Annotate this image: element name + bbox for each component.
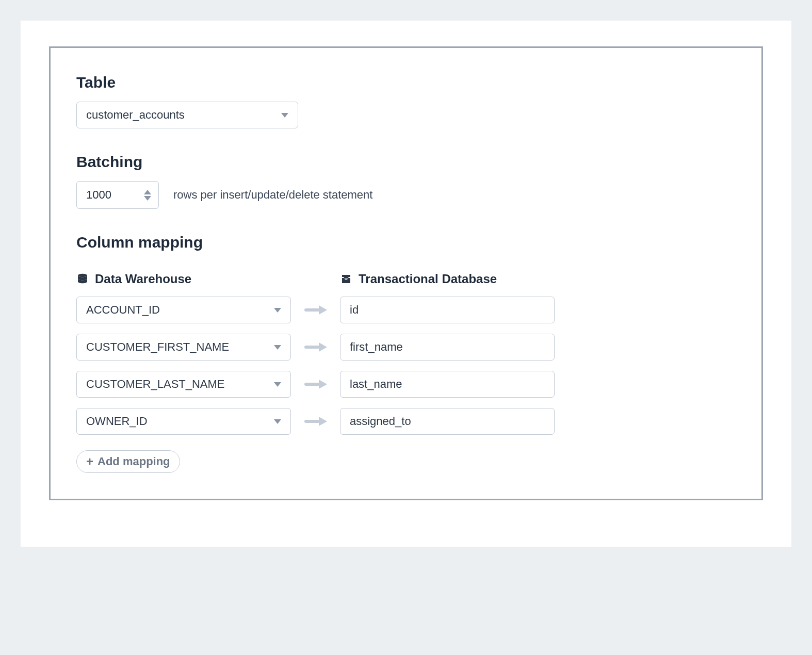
arrow-right-icon: [291, 380, 340, 389]
chevron-down-icon: [274, 419, 281, 424]
table-section-label: Table: [76, 74, 736, 91]
inbox-icon: [340, 273, 352, 285]
svg-rect-4: [304, 420, 320, 423]
source-column-value: OWNER_ID: [86, 415, 148, 428]
batching-section-label: Batching: [76, 153, 736, 171]
arrow-right-icon: [291, 305, 340, 315]
source-column-select[interactable]: OWNER_ID: [76, 408, 291, 435]
plus-icon: +: [86, 455, 93, 468]
chevron-down-icon: [274, 382, 281, 387]
chevron-up-icon: [144, 190, 151, 194]
add-mapping-button[interactable]: + Add mapping: [76, 450, 180, 473]
stepper-arrows-icon[interactable]: [144, 190, 151, 201]
source-column-select[interactable]: ACCOUNT_ID: [76, 297, 291, 323]
source-column-value: ACCOUNT_ID: [86, 303, 160, 317]
column-headers: Data Warehouse Transactional Database: [76, 272, 736, 286]
mapping-row: ACCOUNT_ID: [76, 297, 736, 323]
batching-hint: rows per insert/update/delete statement: [173, 188, 372, 202]
mapping-row: CUSTOMER_FIRST_NAME: [76, 334, 736, 361]
target-column-input[interactable]: [340, 408, 555, 435]
batching-value: 1000: [86, 188, 111, 202]
source-column-select[interactable]: CUSTOMER_LAST_NAME: [76, 371, 291, 398]
batching-stepper[interactable]: 1000: [76, 181, 159, 209]
mapping-row: OWNER_ID: [76, 408, 736, 435]
target-column-input[interactable]: [340, 371, 555, 398]
arrow-right-icon: [291, 417, 340, 426]
source-column-value: CUSTOMER_FIRST_NAME: [86, 340, 229, 354]
svg-point-0: [78, 274, 87, 277]
warehouse-header: Data Warehouse: [76, 272, 291, 286]
target-column-input[interactable]: [340, 334, 555, 361]
chevron-down-icon: [274, 308, 281, 313]
target-column-input[interactable]: [340, 297, 555, 323]
warehouse-header-label: Data Warehouse: [95, 272, 191, 286]
table-select-value: customer_accounts: [86, 108, 185, 122]
source-column-value: CUSTOMER_LAST_NAME: [86, 378, 225, 391]
config-card: Table customer_accounts Batching 1000 ro…: [21, 21, 791, 547]
source-column-select[interactable]: CUSTOMER_FIRST_NAME: [76, 334, 291, 361]
arrow-right-icon: [291, 342, 340, 352]
config-panel: Table customer_accounts Batching 1000 ro…: [49, 46, 763, 500]
batching-row: 1000 rows per insert/update/delete state…: [76, 181, 736, 209]
transactional-header: Transactional Database: [340, 272, 497, 286]
mapping-row: CUSTOMER_LAST_NAME: [76, 371, 736, 398]
table-select[interactable]: customer_accounts: [76, 102, 298, 128]
chevron-down-icon: [281, 113, 288, 118]
database-icon: [76, 273, 89, 285]
add-mapping-label: Add mapping: [98, 455, 170, 468]
chevron-down-icon: [274, 345, 281, 350]
column-mapping-section-label: Column mapping: [76, 234, 736, 251]
transactional-header-label: Transactional Database: [359, 272, 497, 286]
svg-rect-1: [304, 308, 320, 312]
svg-rect-3: [304, 383, 320, 386]
chevron-down-icon: [144, 196, 151, 201]
svg-rect-2: [304, 346, 320, 349]
